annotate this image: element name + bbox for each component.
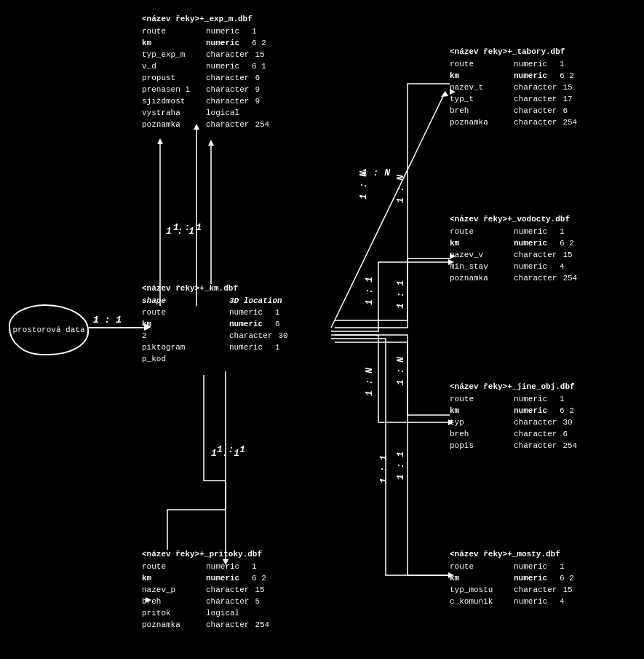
tabory-row-poznamka: poznamka character 254 <box>450 117 577 129</box>
vodocty-row-nazev: nazev_v character 15 <box>450 250 577 261</box>
km-title: <název řeky>+_km.dbf <box>142 284 293 293</box>
exp-m-row-prenasen: prenasen i character 9 <box>142 84 269 96</box>
exp-m-row-km: km numeric 6 2 <box>142 38 269 50</box>
km-row-km: km <box>142 319 200 331</box>
tabory-row-route: route numeric 1 <box>450 59 577 71</box>
tabory-title: <název řeky>+_tabory.dbf <box>450 47 577 56</box>
km-3d-piktogram: character 30 <box>229 331 293 342</box>
spatial-label: prostorová data <box>12 325 84 334</box>
tabory-row-typ: typ_t character 17 <box>450 94 577 106</box>
km-3d-km: numeric 6 <box>229 319 293 331</box>
rel-km-tabory: 1 : N <box>358 171 369 200</box>
pritoky-row-nazev: nazev_p character 15 <box>142 585 269 596</box>
exp-m-row-sjizdmost: sjizdmost character 9 <box>142 96 269 108</box>
jine-row-breh: breh character 6 <box>450 429 577 441</box>
exp-m-row-typ: typ_exp_m character 15 <box>142 50 269 61</box>
tabory-row-km: km numeric 6 2 <box>450 71 577 82</box>
svg-marker-2 <box>208 140 214 146</box>
pritoky-row-km: km numeric 6 2 <box>142 573 269 585</box>
km-box: <název řeky>+_km.dbf shape route km 2 pi… <box>142 284 293 366</box>
svg-line-13 <box>331 95 444 328</box>
tabory-row-nazev: nazev_t character 15 <box>450 82 577 94</box>
mosty-box: <název řeky>+_mosty.dbf route numeric 1 … <box>450 550 577 608</box>
rel-km-jine: 1 : N <box>364 368 375 396</box>
rel-km-mosty: 1 : 1 <box>378 455 389 484</box>
jine-obj-box: <název řeky>+_jine_obj.dbf route numeric… <box>450 382 577 452</box>
tabory-row-breh: breh character 6 <box>450 106 577 117</box>
rel-km-vodocty: 1 : 1 <box>364 277 375 305</box>
vodocty-box: <název řeky>+_vodocty.dbf route numeric … <box>450 215 577 285</box>
mosty-row-route: route numeric 1 <box>450 561 577 573</box>
km-3d-route: numeric 1 <box>229 307 293 319</box>
km-3d-pkod: numeric 1 <box>229 342 293 354</box>
vodocty-row-km: km numeric 6 2 <box>450 238 577 250</box>
km-row-route: route <box>142 307 200 319</box>
exp-m-row-vd: v_d numeric 6 1 <box>142 61 269 73</box>
relation-km-vodocty-label: 1 : 1 <box>395 280 406 309</box>
exp-m-row-poznamka: poznamka character 254 <box>142 119 269 131</box>
jine-row-route: route numeric 1 <box>450 394 577 406</box>
vodocty-title: <název řeky>+_vodocty.dbf <box>450 215 577 224</box>
exp-m-row-propust: propust character 6 <box>142 73 269 84</box>
relation-km-jine-label: 1 : N <box>395 357 406 385</box>
km-row-shape: shape <box>142 296 200 307</box>
spatial-data-blob: prostorová data <box>9 304 89 355</box>
jine-row-popis: popis character 254 <box>450 441 577 452</box>
jine-row-typ: typ character 30 <box>450 417 577 429</box>
km-3dloc: 3D location <box>229 296 293 307</box>
exp-m-row-route: route numeric 1 <box>142 26 269 38</box>
vodocty-row-minstav: min_stav numeric 4 <box>450 261 577 273</box>
mosty-row-typ: typ_mostu character 15 <box>450 585 577 596</box>
pritoky-title: <název řeky>+_pritoky.dbf <box>142 550 269 559</box>
mosty-title: <název řeky>+_mosty.dbf <box>450 550 577 559</box>
exp-m-title: <název řeky>+_exp_m.dbf <box>142 15 269 23</box>
rel-km-expm: 1 : 1 <box>173 222 202 233</box>
km-row-pkod: p_kod <box>142 354 200 366</box>
pritoky-row-pritok: pritok logical <box>142 608 269 620</box>
vodocty-row-poznamka: poznamka character 254 <box>450 273 577 285</box>
jine-row-km: km numeric 6 2 <box>450 406 577 417</box>
km-row-2: 2 <box>142 331 200 342</box>
rel-spatial-km: 1 : 1 <box>93 315 122 325</box>
relation-km-mosty-label: 1 : 1 <box>395 451 406 480</box>
vodocty-row-route: route numeric 1 <box>450 226 577 238</box>
jine-obj-title: <název řeky>+_jine_obj.dbf <box>450 382 577 391</box>
pritoky-box: <název řeky>+_pritoky.dbf route numeric … <box>142 550 269 631</box>
pritoky-row-breh: breh character 5 <box>142 596 269 608</box>
exp-m-row-vystraha: vystraha logical <box>142 108 269 119</box>
km-row-piktogram: piktogram <box>142 342 200 354</box>
mosty-row-km: km numeric 6 2 <box>450 573 577 585</box>
svg-marker-14 <box>441 91 448 97</box>
exp-m-box: <název řeky>+_exp_m.dbf route numeric 1 … <box>142 15 269 130</box>
relation-km-tabory-label: 1 : N <box>395 175 406 203</box>
svg-marker-12 <box>157 138 163 144</box>
mosty-row-komunik: c_komunik numeric 4 <box>450 596 577 608</box>
rel-km-pritoky: 1 : 1 <box>217 444 245 455</box>
pritoky-row-route: route numeric 1 <box>142 561 269 573</box>
pritoky-row-poznamka: poznamka character 254 <box>142 620 269 631</box>
tabory-box: <název řeky>+_tabory.dbf route numeric 1… <box>450 47 577 129</box>
